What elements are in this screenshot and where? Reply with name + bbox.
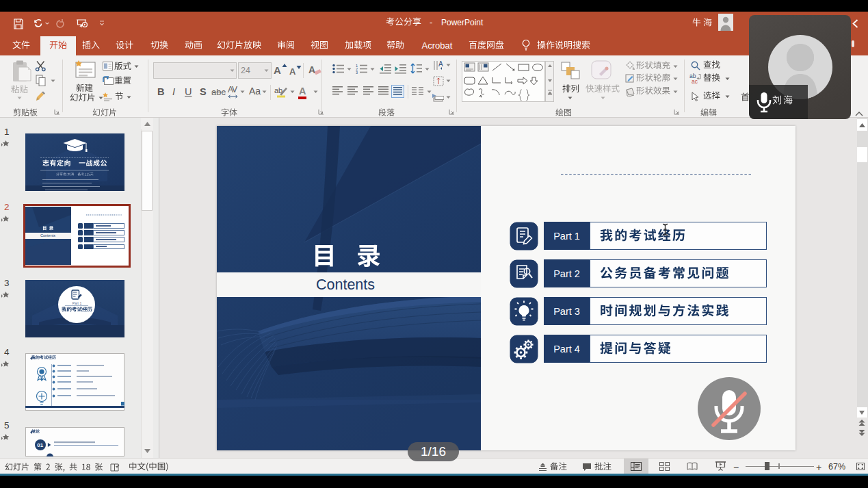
svg-text:ac: ac (692, 78, 698, 84)
svg-text:3: 3 (356, 70, 358, 74)
svg-text:01: 01 (37, 442, 43, 448)
svg-text:A: A (438, 60, 443, 68)
